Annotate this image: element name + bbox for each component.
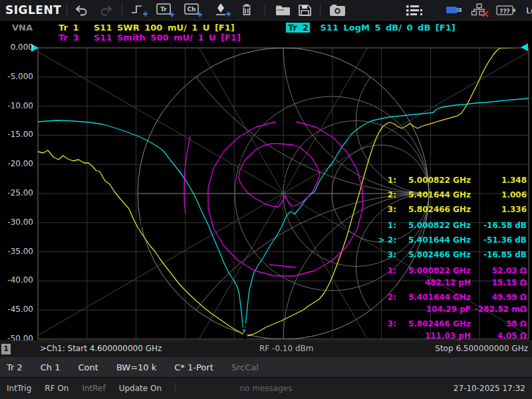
- vna-screen: { "toolbar": { "logo": "SIGLENT", "tr_ic…: [0, 0, 532, 399]
- add-marker-button[interactable]: [214, 1, 231, 19]
- marker-2-label: 2: [235, 319, 240, 329]
- status-bar-item[interactable]: SrcCal: [231, 362, 259, 372]
- svg-text:Ch: Ch: [188, 6, 196, 13]
- start-frequency[interactable]: >Ch1: Start 4.600000000 GHz: [40, 344, 162, 353]
- trace2-name: Tr 2: [286, 23, 310, 33]
- y-axis-label: -40.00: [0, 275, 33, 285]
- folder-icon: [275, 3, 292, 17]
- floppy-icon: [297, 3, 313, 17]
- undo-icon: [74, 3, 90, 17]
- menu-button[interactable]: [405, 1, 424, 19]
- status-bar: Tr 2 Ch 1 Cont BW=10 k C* 1-Port SrcCal: [0, 357, 532, 377]
- local-button[interactable]: Local: [526, 1, 532, 19]
- trash-icon: [239, 3, 254, 17]
- usb-icon: [445, 4, 465, 16]
- plot-area[interactable]: 123123123 0.000-5.000-10.00-15.00-20.00-…: [0, 43, 532, 340]
- y-axis-label: -25.00: [0, 188, 33, 198]
- channel-number-badge[interactable]: 1: [1, 344, 11, 354]
- trace2-info[interactable]: Tr 2 S11 LogM 5 dB/ 0 dB [F1]: [286, 23, 456, 33]
- bottom-bar-divider: [175, 383, 176, 394]
- toolbar-separator: [66, 3, 67, 17]
- bottom-status-item: Update On: [119, 384, 162, 393]
- svg-text:Tr: Tr: [161, 6, 168, 13]
- undo-button[interactable]: [74, 1, 90, 19]
- y-axis-label: -10.00: [0, 101, 33, 110]
- marker-3-label: 3: [344, 127, 349, 136]
- status-bar-item[interactable]: Tr 2: [7, 362, 23, 372]
- toolbar-separator: [265, 3, 265, 17]
- marker-2-label: 2: [242, 322, 247, 331]
- usb-indicator[interactable]: [445, 1, 465, 19]
- svg-text:???: ???: [499, 8, 510, 15]
- toolbar: SIGLENT Tr Ch: [0, 0, 532, 21]
- y-axis-label: -45.00: [0, 305, 33, 314]
- chart-canvas: 123123123: [0, 43, 532, 340]
- trace1-info[interactable]: Tr 1 S11 SWR 100 mU/ 1 U [F1]: [59, 23, 235, 33]
- add-trace-button[interactable]: Tr: [156, 1, 176, 19]
- bottom-status-item: IntRef: [82, 384, 105, 393]
- add-marker-icon: [214, 2, 231, 18]
- toolbar-separator: [122, 3, 122, 17]
- delete-button[interactable]: [239, 1, 254, 19]
- stop-frequency[interactable]: Stop 6.500000000 GHz: [435, 344, 528, 353]
- trace3-desc: S11 Smith 500 mU/ 1 U [F1]: [94, 33, 241, 43]
- datetime: 27-10-2025 17:32: [454, 384, 525, 393]
- camera-icon: [329, 3, 346, 17]
- status-bar-item[interactable]: C* 1-Port: [174, 362, 213, 372]
- app-logo: SIGLENT: [5, 3, 61, 17]
- trace-info-bar: VNA Tr 1 S11 SWR 100 mU/ 1 U [F1] Tr 2 S…: [0, 21, 532, 43]
- trace-tr3: [269, 265, 296, 267]
- marker-3-label: 3: [239, 156, 244, 166]
- bottom-status-bar: IntTrig RF On IntRef Update On no messag…: [0, 377, 532, 399]
- y-axis-label: -30.00: [0, 217, 33, 227]
- add-channel-button[interactable]: Ch: [184, 1, 203, 19]
- trace1-name: Tr 1: [59, 23, 78, 33]
- step-signal-icon: [130, 3, 148, 17]
- status-bar-item[interactable]: Cont: [78, 362, 98, 372]
- marker-3-label: 3: [344, 223, 349, 233]
- add-trace-icon: Tr: [156, 2, 176, 18]
- marker-1-label: 1: [139, 219, 144, 229]
- lan-error-icon: [470, 3, 489, 17]
- trace2-desc: S11 LogM 5 dB/ 0 dB [F1]: [320, 23, 455, 33]
- recall-button[interactable]: [275, 1, 292, 19]
- bottom-status-item: IntTrig: [7, 384, 31, 393]
- redo-button[interactable]: [98, 1, 114, 19]
- vna-label: VNA: [12, 23, 33, 33]
- bottom-status-item: RF On: [45, 384, 68, 393]
- ref-level-indicator-right[interactable]: [521, 43, 528, 51]
- marker-1-label: 1: [291, 135, 297, 144]
- status-bar-item[interactable]: BW=10 k: [116, 362, 156, 372]
- message-area: no messages: [0, 384, 532, 393]
- trace3-name: Tr 3: [59, 33, 78, 43]
- add-limit-line-button[interactable]: [130, 1, 148, 19]
- marker-2-label: 2: [280, 176, 285, 186]
- trace1-desc: S11 SWR 100 mU/ 1 U [F1]: [94, 23, 235, 33]
- redo-icon: [98, 3, 114, 17]
- menu-list-icon: [405, 3, 424, 17]
- marker-1-label: 1: [139, 124, 144, 133]
- screenshot-button[interactable]: [329, 1, 346, 19]
- trace3-info[interactable]: Tr 3 S11 Smith 500 mU/ 1 U [F1]: [59, 33, 241, 43]
- y-axis-label: -5.000: [0, 72, 33, 81]
- y-axis-label: -35.00: [0, 247, 33, 256]
- y-axis-label: -15.00: [0, 130, 33, 139]
- status-bar-item[interactable]: Ch 1: [41, 362, 61, 372]
- trace-tr3: [208, 122, 362, 276]
- rf-power[interactable]: RF -0.10 dBm: [259, 344, 313, 353]
- y-axis-label: -20.00: [0, 159, 33, 168]
- battery-indicator: ???: [495, 1, 517, 19]
- save-button[interactable]: [297, 1, 313, 19]
- lan-indicator[interactable]: [470, 1, 489, 19]
- battery-icon: ???: [495, 3, 517, 17]
- add-channel-icon: Ch: [184, 2, 203, 18]
- trace-tr3: [239, 144, 320, 207]
- markers-group: 123123123: [139, 124, 350, 340]
- y-axis-label: 0.000: [0, 43, 33, 52]
- toolbar-separator: [320, 3, 321, 17]
- channel-bar: 1 >Ch1: Start 4.600000000 GHz RF -0.10 d…: [0, 340, 532, 357]
